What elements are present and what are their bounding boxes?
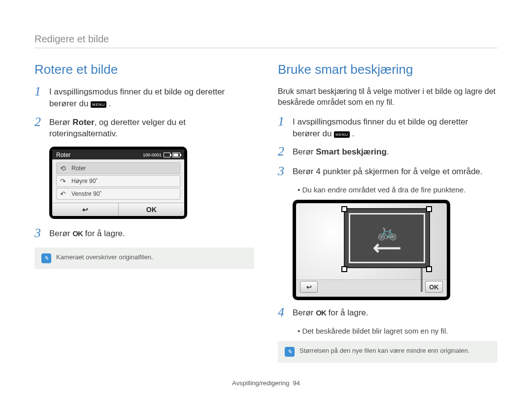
step-text: Berør Smart beskjæring.: [293, 146, 389, 159]
device-screenshot-crop: 🚲 ⟵ ↩ OK: [293, 200, 450, 300]
text: for å lagre.: [326, 308, 368, 317]
rotate-option-right[interactable]: ↷ Høyre 90˚: [56, 175, 180, 187]
step-number: 3: [34, 227, 44, 240]
text-bold: Roter: [72, 118, 94, 127]
note-text: Kameraet overskriver originalfilen.: [56, 253, 153, 261]
rotate-option-left[interactable]: ↶ Venstre 90˚: [56, 188, 180, 200]
option-label: Venstre 90˚: [71, 190, 101, 197]
crop-handle-tr[interactable]: [426, 206, 432, 212]
step-1-left: 1 I avspillingsmodus finner du et bilde …: [34, 86, 254, 110]
footer-page: 94: [293, 379, 299, 387]
file-index: 100-0001: [143, 153, 162, 157]
ok-icon: OK: [72, 228, 83, 239]
device-back-button[interactable]: ↩: [52, 203, 119, 216]
column-rotate: Rotere et bilde 1 I avspillingsmodus fin…: [34, 62, 254, 363]
ground: [296, 279, 447, 297]
footer-section: Avspilling/redigering: [232, 379, 289, 387]
text: I avspillingsmodus finner du et bilde og…: [49, 87, 225, 108]
step-text: Berør Roter, og deretter velger du et ro…: [49, 117, 254, 140]
arrow-left-icon: ⟵: [373, 242, 401, 253]
step-1-right: 1 I avspillingsmodus finner du et bilde …: [278, 116, 498, 140]
note-text: Størrelsen på den nye filen kan være min…: [299, 347, 469, 354]
divider: [34, 48, 498, 48]
step-number: 2: [34, 116, 44, 139]
device-ok-button[interactable]: OK: [119, 203, 185, 216]
rotate-option-none[interactable]: ⟲ Roter: [56, 162, 180, 174]
option-label: Roter: [71, 165, 86, 172]
text: for å lagre.: [83, 229, 125, 238]
rotate-left-icon: ↶: [59, 190, 67, 198]
text-bold: Smart beskjæring: [316, 147, 387, 156]
text: Berør: [49, 118, 72, 127]
bullet-3: Du kan endre området ved å dra de fire p…: [298, 185, 498, 194]
note-icon: ✎: [41, 253, 51, 263]
step-3-left: 3 Berør OK for å lagre.: [34, 228, 254, 241]
column-smart-crop: Bruke smart beskjæring Bruk smart beskjæ…: [278, 62, 498, 363]
note-box-right: ✎ Størrelsen på den nye filen kan være m…: [278, 341, 498, 363]
sign: 🚲 ⟵: [344, 208, 430, 268]
step-4-right: 4 Berør OK for å lagre.: [278, 307, 498, 320]
step-text: Berør 4 punkter på skjermen for å velge …: [293, 166, 483, 179]
bullet-4: Det beskårede bildet blir lagret som en …: [298, 327, 498, 335]
menu-icon: MENU: [334, 131, 350, 138]
text: Berør: [293, 308, 316, 317]
crop-handle-br[interactable]: [426, 266, 432, 272]
heading-rotate: Rotere et bilde: [34, 62, 254, 77]
text: .: [108, 99, 111, 108]
ok-icon: OK: [316, 308, 326, 318]
device-title: Roter: [56, 152, 70, 158]
device-screenshot-rotate: Roter 100-0001 ⟲ Roter: [49, 147, 254, 219]
rotate-right-icon: ↷: [59, 177, 67, 185]
step-number: 4: [278, 306, 288, 319]
step-3-right: 3 Berør 4 punkter på skjermen for å velg…: [278, 166, 498, 179]
text: Berør: [293, 147, 316, 156]
text: I avspillingsmodus finner du et bilde og…: [293, 117, 468, 138]
battery-icon: [172, 153, 180, 157]
step-number: 1: [278, 115, 288, 139]
text: .: [387, 147, 389, 156]
note-icon: ✎: [285, 347, 295, 357]
step-number: 1: [34, 85, 44, 109]
rotate-off-icon: ⟲: [59, 164, 67, 172]
step-2-left: 2 Berør Roter, og deretter velger du et …: [34, 117, 254, 140]
step-text: Berør OK for å lagre.: [49, 228, 125, 241]
step-number: 3: [278, 165, 288, 178]
note-box-left: ✎ Kameraet overskriver originalfilen.: [34, 247, 254, 269]
intro-text: Bruk smart beskjæring til å velge motive…: [278, 86, 498, 108]
option-label: Høyre 90˚: [71, 178, 98, 185]
page-footer: Avspilling/redigering 94: [34, 379, 498, 387]
sd-card-icon: [164, 153, 170, 157]
crop-back-button[interactable]: ↩: [300, 281, 318, 293]
step-text: Berør OK for å lagre.: [293, 307, 368, 320]
crop-ok-button[interactable]: OK: [425, 281, 443, 293]
menu-icon: MENU: [91, 101, 106, 108]
heading-smart-crop: Bruke smart beskjæring: [278, 62, 498, 77]
step-text: I avspillingsmodus finner du et bilde og…: [49, 86, 254, 110]
step-2-right: 2 Berør Smart beskjæring.: [278, 146, 498, 159]
crop-handle-tl[interactable]: [341, 206, 347, 212]
breadcrumb: Redigere et bilde: [34, 33, 498, 45]
crop-handle-bl[interactable]: [341, 266, 347, 272]
text: Berør: [49, 229, 72, 238]
step-number: 2: [278, 145, 288, 158]
step-text: I avspillingsmodus finner du et bilde og…: [293, 116, 498, 140]
text: .: [352, 129, 354, 138]
